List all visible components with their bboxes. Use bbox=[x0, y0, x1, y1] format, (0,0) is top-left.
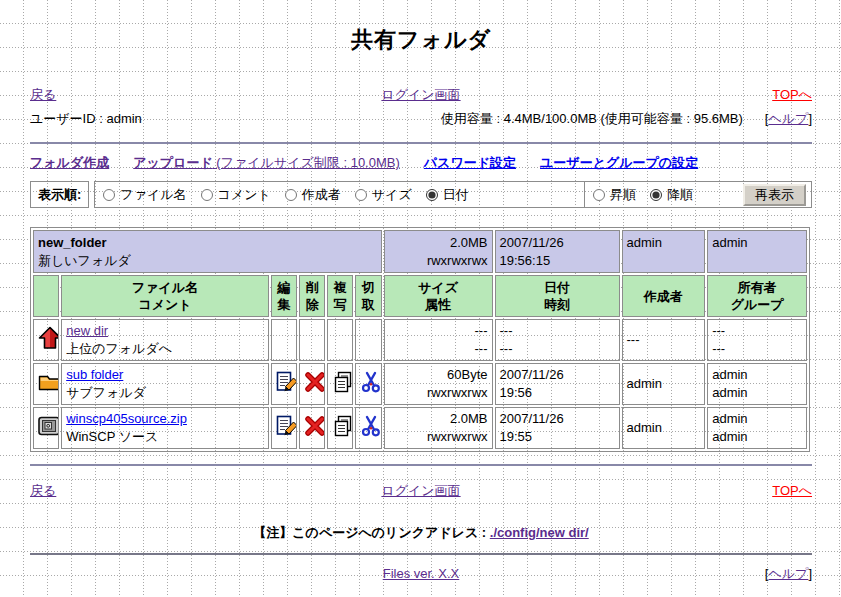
users-groups-settings-link[interactable]: ユーザーとグループの設定 bbox=[540, 153, 698, 172]
upload-size-limit-note: (ファイルサイズ制限 : 10.0MB) bbox=[213, 155, 400, 170]
header-size-line2: 属性 bbox=[425, 297, 451, 312]
zip-file-icon bbox=[38, 415, 59, 437]
sort-bar: 表示順: ファイル名 コメント 作成者 サイズ bbox=[30, 181, 812, 208]
header-filename-line2: コメント bbox=[138, 297, 191, 312]
row1-group: admin bbox=[712, 385, 747, 400]
row2-type-icon-cell bbox=[33, 407, 59, 449]
row2-group: admin bbox=[712, 429, 747, 444]
delete-icon[interactable] bbox=[304, 371, 325, 393]
action-menu: フォルダ作成 アップロード (ファイルサイズ制限 : 10.0MB) パスワード… bbox=[30, 153, 812, 172]
current-folder-owner: admin bbox=[712, 235, 747, 250]
row2-date-cell: 2007/11/26 19:55 bbox=[495, 407, 620, 449]
top-link[interactable]: TOPへ bbox=[772, 86, 812, 104]
info-row: ユーザーID : admin 使用容量 : 4.4MB/100.0MB (使用可… bbox=[30, 109, 812, 129]
row0-owner: --- bbox=[712, 323, 725, 338]
sort-by-size-option[interactable]: サイズ bbox=[355, 186, 412, 204]
descending-radio[interactable] bbox=[650, 189, 662, 201]
sort-by-size-radio[interactable] bbox=[355, 189, 367, 201]
row1-owner: admin bbox=[712, 367, 747, 382]
bottom-nav: 戻る ログイン画面 TOPへ bbox=[30, 482, 812, 500]
top-link-bottom[interactable]: TOPへ bbox=[772, 482, 812, 500]
table-row-parent-dir: new dir 上位のフォルダへ --- --- --- --- --- --- bbox=[33, 319, 807, 361]
sort-by-comment-radio[interactable] bbox=[201, 189, 213, 201]
ascending-option[interactable]: 昇順 bbox=[593, 186, 636, 204]
current-folder-creator: admin bbox=[627, 235, 662, 250]
row0-size: --- bbox=[475, 323, 488, 338]
header-owner-line2: グループ bbox=[731, 297, 784, 312]
parent-dir-link[interactable]: new dir bbox=[66, 323, 108, 338]
sort-key-group: ファイル名 コメント 作成者 サイズ 日付 bbox=[94, 181, 585, 208]
edit-icon[interactable] bbox=[276, 371, 297, 393]
sort-by-creator-radio[interactable] bbox=[285, 189, 297, 201]
folder-icon bbox=[38, 371, 59, 393]
header-delete: 削除 bbox=[299, 275, 325, 317]
sub-folder-link[interactable]: sub folder bbox=[66, 367, 123, 382]
copy-icon[interactable] bbox=[332, 371, 353, 393]
header-filename-line1: ファイル名 bbox=[132, 280, 198, 295]
row1-cut-cell bbox=[355, 363, 381, 405]
header-date-line1: 日付 bbox=[544, 280, 570, 295]
row1-copy-cell bbox=[327, 363, 353, 405]
login-screen-link-bottom[interactable]: ログイン画面 bbox=[381, 482, 460, 500]
sort-by-comment-option[interactable]: コメント bbox=[201, 186, 271, 204]
page-link-address[interactable]: ./config/new dir/ bbox=[490, 525, 589, 540]
up-arrow-icon bbox=[38, 326, 59, 350]
table-row-zip-file: winscp405source.zip WinSCP ソース bbox=[33, 407, 807, 449]
delete-icon[interactable] bbox=[304, 415, 325, 437]
row1-type-icon-cell bbox=[33, 363, 59, 405]
header-filename: ファイル名 コメント bbox=[61, 275, 269, 317]
cut-icon[interactable] bbox=[360, 415, 381, 437]
header-creator: 作成者 bbox=[622, 275, 706, 317]
row1-attr: rwxrwxrwx bbox=[427, 385, 488, 400]
login-screen-link[interactable]: ログイン画面 bbox=[381, 86, 460, 104]
row2-copy-cell bbox=[327, 407, 353, 449]
password-settings-link[interactable]: パスワード設定 bbox=[424, 153, 516, 172]
current-folder-name: new_folder bbox=[38, 235, 107, 250]
current-folder-comment: 新しいフォルダ bbox=[38, 253, 131, 268]
sort-by-filename-radio[interactable] bbox=[103, 189, 115, 201]
create-folder-link[interactable]: フォルダ作成 bbox=[30, 153, 109, 172]
header-edit: 編集 bbox=[271, 275, 297, 317]
ascending-label: 昇順 bbox=[610, 186, 636, 204]
row2-attr: rwxrwxrwx bbox=[427, 429, 488, 444]
version-link[interactable]: Files ver. X.X bbox=[383, 565, 460, 583]
current-folder-owner-cell: admin bbox=[707, 230, 807, 273]
content: 共有フォルダ 戻る ログイン画面 TOPへ ユーザーID : admin 使用容… bbox=[0, 0, 841, 583]
cut-icon[interactable] bbox=[360, 371, 381, 393]
row1-comment: サブフォルダ bbox=[66, 385, 146, 400]
edit-icon[interactable] bbox=[276, 415, 297, 437]
header-copy: 複写 bbox=[327, 275, 353, 317]
upload-link[interactable]: アップロード (ファイルサイズ制限 : 10.0MB) bbox=[133, 153, 400, 172]
row2-date: 2007/11/26 bbox=[500, 411, 564, 426]
footer-help-link[interactable]: ヘルプ bbox=[768, 566, 808, 581]
header-cut: 切取 bbox=[355, 275, 381, 317]
link-address-note: 【注】このページへのリンクアドレス : ./config/new dir/ bbox=[30, 523, 812, 542]
header-icon-cell bbox=[33, 275, 59, 317]
header-owner-line1: 所有者 bbox=[738, 280, 777, 295]
current-folder-date-cell: 2007/11/26 19:56:15 bbox=[495, 230, 620, 273]
header-date-line2: 時刻 bbox=[544, 297, 570, 312]
row2-cut-cell bbox=[355, 407, 381, 449]
sort-by-filename-option[interactable]: ファイル名 bbox=[103, 186, 186, 204]
sort-by-date-option[interactable]: 日付 bbox=[426, 186, 469, 204]
footer: Files ver. X.X [ヘルプ] bbox=[30, 565, 812, 583]
refresh-button[interactable]: 再表示 bbox=[743, 184, 806, 206]
ascending-radio[interactable] bbox=[593, 189, 605, 201]
descending-option[interactable]: 降順 bbox=[650, 186, 693, 204]
row0-comment: 上位のフォルダへ bbox=[66, 341, 172, 356]
header-date: 日付 時刻 bbox=[495, 275, 620, 317]
back-link[interactable]: 戻る bbox=[30, 86, 381, 104]
row0-attr: --- bbox=[475, 341, 488, 356]
sort-by-date-radio[interactable] bbox=[426, 189, 438, 201]
sort-by-creator-option[interactable]: 作成者 bbox=[285, 186, 341, 204]
sort-by-creator-label: 作成者 bbox=[302, 186, 341, 204]
table-row-sub-folder: sub folder サブフォルダ bbox=[33, 363, 807, 405]
zip-file-link[interactable]: winscp405source.zip bbox=[66, 411, 187, 426]
header-size-line1: サイズ bbox=[418, 280, 458, 295]
copy-icon[interactable] bbox=[332, 415, 353, 437]
help-link[interactable]: ヘルプ bbox=[768, 111, 808, 126]
descending-label: 降順 bbox=[667, 186, 693, 204]
back-link-bottom[interactable]: 戻る bbox=[30, 482, 381, 500]
header-owner: 所有者 グループ bbox=[707, 275, 807, 317]
divider-bottom bbox=[30, 464, 812, 466]
